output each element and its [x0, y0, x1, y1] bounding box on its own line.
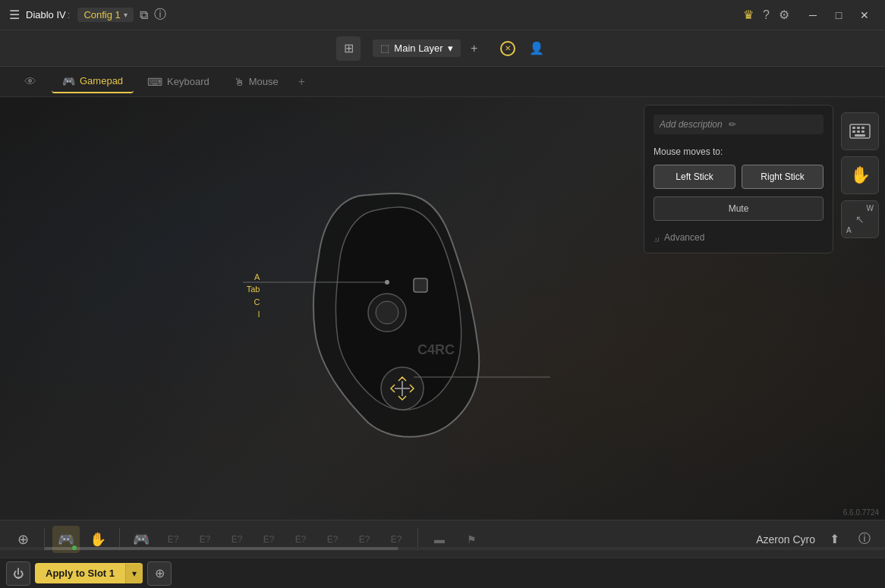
active-indicator: [72, 546, 77, 550]
svg-rect-16: [861, 130, 865, 133]
wa-macro-icon[interactable]: W A ↖: [841, 200, 879, 238]
advanced-row[interactable]: ⟓ Advanced: [654, 231, 824, 244]
black-icon[interactable]: ▬: [426, 526, 453, 553]
gamepad-tab-icon: 🎮: [62, 75, 75, 87]
slot-icon-5[interactable]: E?: [255, 526, 282, 553]
bottom-action-bar: ⏻ Apply to Slot 1 ▾ ⊕: [0, 558, 885, 588]
tab-keyboard[interactable]: ⌨ Keyboard: [137, 71, 220, 93]
advanced-label: Advanced: [664, 232, 704, 243]
dpad-connector-svg: [414, 369, 565, 385]
controller-svg: C4RC: [277, 165, 520, 453]
finger-icon[interactable]: ✋: [841, 156, 879, 194]
right-stick-button[interactable]: Right Stick: [742, 165, 824, 189]
keyboard-icon-svg: [849, 120, 871, 143]
description-row: Add description ✏: [654, 115, 824, 134]
svg-rect-15: [857, 130, 860, 133]
visibility-toggle[interactable]: 👁: [18, 72, 43, 92]
maximize-button[interactable]: □: [827, 4, 850, 27]
label-c: C: [247, 296, 260, 309]
close-button[interactable]: ✕: [853, 4, 876, 27]
keyboard-shortcut-icon[interactable]: [841, 112, 879, 150]
xbox-icon[interactable]: ✕: [496, 36, 520, 61]
layer-chevron-icon: ▾: [448, 42, 453, 54]
apply-slot-label: Apply to Slot 1: [35, 563, 125, 583]
config-selector[interactable]: Config 1 ▾: [77, 8, 133, 22]
crown-icon[interactable]: ♛: [743, 8, 754, 22]
grid-group: ⊞: [336, 36, 361, 61]
slot-icon-4[interactable]: E?: [223, 526, 250, 553]
slot-icon-9[interactable]: E?: [383, 526, 410, 553]
w-label: W: [867, 204, 874, 212]
tab-gamepad[interactable]: 🎮 Gamepad: [52, 71, 134, 93]
svg-rect-14: [852, 130, 855, 133]
flag-icon[interactable]: ⚑: [458, 526, 485, 553]
gamepad-tab-label: Gamepad: [80, 75, 123, 86]
left-stick-button[interactable]: Left Stick: [654, 165, 735, 189]
description-text: Add description: [660, 119, 723, 130]
titlebar-left: ☰ Diablo IV: Config 1 ▾ ⧉ ⓘ: [9, 7, 743, 23]
window-controls: ─ □ ✕: [802, 4, 876, 27]
svg-rect-11: [852, 127, 855, 129]
layer-toolbar: ⊞ ⬚ Main Layer ▾ + ✕ 👤: [0, 30, 885, 67]
right-panel-icons: ✋ W A ↖: [841, 112, 879, 238]
slot-icon-2[interactable]: E?: [159, 526, 187, 553]
main-area: C4RC A Tab C I: [0, 97, 885, 520]
xbox-circle: ✕: [500, 41, 515, 56]
info-icon[interactable]: ⓘ: [154, 7, 166, 23]
svg-rect-13: [861, 127, 865, 129]
cursor-icon: ↖: [855, 213, 865, 225]
tab-mouse[interactable]: 🖱 Mouse: [223, 71, 289, 93]
game-name: Diablo IV: [26, 9, 66, 20]
titlebar-icons: ♛ ? ⚙: [743, 8, 789, 22]
mouse-tab-icon: 🖱: [234, 76, 244, 88]
copy-icon[interactable]: ⧉: [140, 8, 148, 22]
gamepad-device-icon[interactable]: 🎮: [52, 526, 80, 553]
power-icon: ⏻: [13, 568, 24, 580]
svg-point-8: [385, 280, 389, 285]
apply-arrow-button[interactable]: ▾: [125, 564, 143, 583]
slot-icon-6[interactable]: E?: [287, 526, 314, 553]
keyboard-tab-label: Keyboard: [167, 76, 209, 87]
connector-lines-svg: [243, 267, 410, 297]
menu-icon[interactable]: ☰: [9, 8, 20, 22]
mouse-tab-label: Mouse: [249, 76, 279, 87]
layer-name: Main Layer: [394, 42, 442, 54]
svg-rect-17: [855, 134, 865, 137]
power-button[interactable]: ⏻: [6, 561, 30, 586]
add-layer-button[interactable]: +: [465, 39, 483, 58]
add-device-button[interactable]: ⊕: [9, 526, 36, 553]
apply-slot-button[interactable]: Apply to Slot 1 ▾: [35, 563, 143, 583]
add-tab-button[interactable]: +: [292, 72, 311, 92]
layer-icon: ⬚: [380, 42, 389, 54]
layer-selector[interactable]: ⬚ Main Layer ▾: [373, 39, 460, 57]
hand-device-icon[interactable]: ✋: [84, 526, 112, 553]
titlebar: ☰ Diablo IV: Config 1 ▾ ⧉ ⓘ ♛ ? ⚙ ─ □ ✕: [0, 0, 885, 30]
svg-rect-2: [414, 278, 427, 292]
slot-icon-3[interactable]: E?: [191, 526, 219, 553]
label-i: I: [247, 308, 260, 321]
slot-icon-7[interactable]: E?: [319, 526, 346, 553]
controller-visualization: C4RC A Tab C I: [269, 157, 528, 461]
settings-icon[interactable]: ⚙: [779, 8, 789, 22]
slot-icon-8[interactable]: E?: [351, 526, 378, 553]
app-title: Diablo IV:: [26, 9, 71, 20]
svg-point-1: [376, 301, 398, 324]
controls-panel: Add description ✏ Mouse moves to: Left S…: [644, 105, 833, 253]
controller-slot-1[interactable]: 🎮: [128, 526, 155, 553]
a-label: A: [846, 226, 852, 234]
svg-text:C4RC: C4RC: [417, 342, 455, 357]
stick-buttons: Left Stick Right Stick: [654, 165, 824, 189]
minimize-button[interactable]: ─: [802, 4, 824, 27]
sliders-icon: ⟓: [654, 231, 660, 244]
edit-description-icon[interactable]: ✏: [729, 119, 736, 130]
help-icon[interactable]: ?: [763, 8, 770, 22]
user-icon[interactable]: 👤: [524, 36, 549, 61]
target-button[interactable]: ⊕: [147, 561, 172, 586]
gamepad-group: ✕ 👤: [496, 36, 549, 61]
mute-button[interactable]: Mute: [654, 197, 824, 221]
bottom-toolbar: ⊕ 🎮 ✋ 🎮 E? E? E? E? E? E? E? E? ▬ ⚑ Azer…: [0, 520, 885, 558]
svg-rect-12: [857, 127, 860, 129]
tab-bar: 👁 🎮 Gamepad ⌨ Keyboard 🖱 Mouse +: [0, 67, 885, 97]
grid-view-button[interactable]: ⊞: [336, 36, 361, 61]
keyboard-tab-icon: ⌨: [147, 76, 162, 88]
